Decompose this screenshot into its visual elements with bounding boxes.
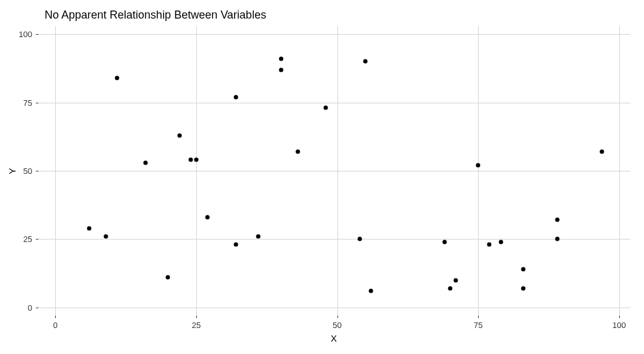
- data-point: [521, 267, 526, 271]
- data-point: [363, 59, 368, 64]
- data-point: [295, 150, 300, 154]
- x-tick-label: 100: [612, 321, 626, 330]
- y-tick-label: 100: [14, 30, 32, 39]
- chart-title: No Apparent Relationship Between Variabl…: [45, 9, 266, 22]
- data-point: [104, 234, 108, 238]
- data-point: [453, 278, 458, 282]
- x-tick-mark: [196, 316, 197, 318]
- y-tick-mark: [36, 308, 38, 308]
- data-point: [476, 163, 481, 168]
- data-point: [442, 240, 446, 244]
- data-point: [115, 76, 120, 80]
- x-tick-mark: [55, 316, 56, 318]
- x-tick-label: 75: [474, 321, 482, 330]
- x-tick-label: 50: [333, 321, 341, 330]
- data-point: [369, 289, 373, 293]
- data-point: [357, 237, 362, 241]
- y-tick-label: 0: [14, 303, 32, 312]
- gridline-h: [38, 239, 630, 240]
- y-tick-label: 50: [14, 166, 32, 176]
- data-point: [206, 215, 210, 220]
- data-point: [521, 286, 526, 290]
- gridline-v: [55, 26, 56, 316]
- gridline-h: [38, 171, 630, 171]
- plot-region: [38, 26, 630, 316]
- data-point: [194, 158, 198, 162]
- x-tick-mark: [478, 316, 479, 318]
- data-point: [177, 133, 181, 137]
- gridline-v: [196, 26, 197, 316]
- x-axis-title: X: [331, 333, 337, 343]
- y-tick-mark: [36, 239, 38, 240]
- data-point: [256, 234, 261, 238]
- data-point: [188, 158, 193, 162]
- x-tick-mark: [619, 316, 620, 318]
- y-tick-mark: [36, 34, 38, 35]
- data-point: [143, 160, 147, 165]
- x-tick-label: 25: [192, 321, 201, 330]
- y-tick-mark: [36, 103, 38, 103]
- y-tick-label: 25: [14, 235, 32, 244]
- gridline-v: [619, 26, 620, 316]
- data-point: [600, 150, 604, 154]
- data-point: [498, 240, 503, 244]
- y-tick-mark: [36, 171, 38, 171]
- gridline-h: [38, 103, 630, 103]
- data-point: [448, 286, 452, 290]
- data-point: [87, 226, 91, 230]
- gridline-h: [38, 308, 630, 308]
- y-tick-label: 75: [14, 98, 32, 107]
- data-point: [487, 243, 492, 247]
- x-tick-label: 0: [53, 321, 58, 330]
- gridline-v: [337, 26, 338, 316]
- x-tick-mark: [337, 316, 338, 318]
- gridline-h: [38, 34, 630, 35]
- data-point: [233, 95, 238, 99]
- data-point: [279, 67, 283, 72]
- data-point: [166, 275, 170, 280]
- data-point: [555, 218, 559, 222]
- gridline-v: [478, 26, 479, 316]
- data-point: [279, 56, 283, 61]
- data-point: [324, 106, 328, 110]
- data-point: [555, 237, 559, 241]
- data-point: [233, 243, 238, 247]
